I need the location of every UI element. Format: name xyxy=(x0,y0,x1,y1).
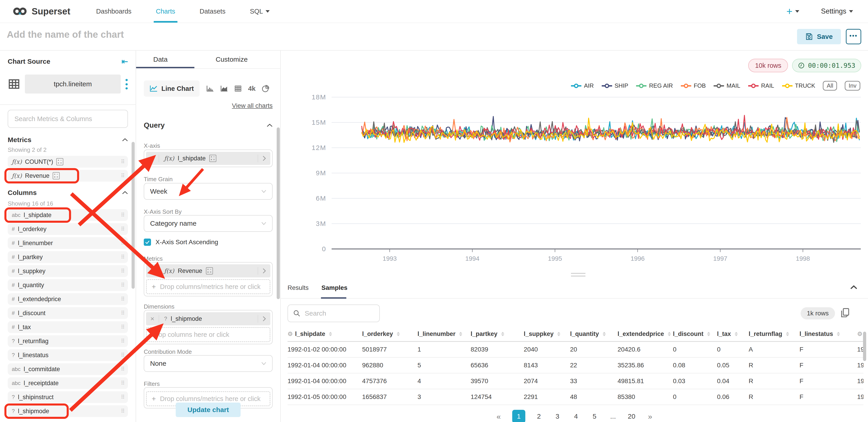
dataset-name[interactable]: tpch.lineitem xyxy=(25,74,121,94)
drag-handle-icon[interactable]: ⠿ xyxy=(121,324,124,330)
sort-icon[interactable] xyxy=(459,332,462,336)
update-chart-button[interactable]: Update chart xyxy=(176,402,241,417)
table-row[interactable]: 1992-01-04 00:00:00475737643957020743349… xyxy=(287,373,864,389)
column-item-l_returnflag[interactable]: ?l_returnflag⠿ xyxy=(8,335,128,347)
sort-icon[interactable] xyxy=(786,332,789,336)
column-item-l_linenumber[interactable]: #l_linenumber⠿ xyxy=(8,237,128,249)
gear-icon[interactable]: ⚙ xyxy=(857,330,862,337)
legend-item-mail[interactable]: MAIL xyxy=(713,82,740,89)
column-header-l_linenumber[interactable]: l_linenumber xyxy=(417,328,471,342)
column-header-l_extendedprice[interactable]: l_extendedprice xyxy=(618,328,673,342)
drag-handle-icon[interactable]: ⠿ xyxy=(121,408,124,414)
tab-customize[interactable]: Customize xyxy=(216,51,248,68)
expand-icon[interactable] xyxy=(258,315,270,323)
tab-results[interactable]: Results xyxy=(287,284,309,291)
expand-icon[interactable] xyxy=(258,155,270,162)
sort-icon[interactable] xyxy=(329,332,332,336)
sort-icon[interactable] xyxy=(397,332,400,336)
page-button-3[interactable]: 3 xyxy=(553,410,562,422)
column-item-l_linestatus[interactable]: ?l_linestatus⠿ xyxy=(8,349,128,361)
remove-icon[interactable]: × xyxy=(146,155,159,162)
metrics-drop-zone[interactable]: + Drop columns/metrics here or click xyxy=(146,279,270,294)
column-item-l_discount[interactable]: #l_discount⠿ xyxy=(8,307,128,319)
drag-handle-icon[interactable]: ⠿ xyxy=(121,366,124,372)
page-button-1[interactable]: 1 xyxy=(512,410,525,422)
drag-handle-icon[interactable]: ⠿ xyxy=(121,226,124,232)
panel-resize-handle[interactable] xyxy=(571,273,585,278)
drag-handle-icon[interactable]: ⠿ xyxy=(121,380,124,386)
results-search-input[interactable] xyxy=(287,304,380,322)
page-button-4[interactable]: 4 xyxy=(571,410,581,422)
expand-icon[interactable] xyxy=(258,267,270,275)
x-axis-sort-ascending-checkbox[interactable] xyxy=(144,238,151,246)
column-header-l_linestatus[interactable]: l_linestatus xyxy=(800,328,857,342)
column-header-l_orderkey[interactable]: l_orderkey xyxy=(362,328,417,342)
more-options-button[interactable]: ••• xyxy=(846,29,861,44)
legend-inv-button[interactable]: Inv xyxy=(845,81,860,91)
drag-handle-icon[interactable]: ⠿ xyxy=(121,254,124,260)
sort-icon[interactable] xyxy=(837,332,840,336)
settings-menu[interactable]: Settings xyxy=(821,7,853,15)
column-header-l_quantity[interactable]: l_quantity xyxy=(570,328,618,342)
drag-handle-icon[interactable]: ⠿ xyxy=(121,296,124,302)
tab-data[interactable]: Data xyxy=(153,51,167,68)
column-item-l_extendedprice[interactable]: #l_extendedprice⠿ xyxy=(8,293,128,305)
left-panel-scrollbar[interactable] xyxy=(131,142,135,289)
viz-type-table-button[interactable] xyxy=(234,85,242,92)
column-item-l_shipdate[interactable]: abcl_shipdate⠿ xyxy=(8,209,128,221)
collapse-columns-icon[interactable] xyxy=(122,191,128,195)
drag-handle-icon[interactable]: ⠿ xyxy=(121,159,124,165)
dataset-options-icon[interactable]: ••• xyxy=(125,78,128,90)
contribution-mode-select[interactable]: None xyxy=(144,355,273,372)
dimension-shipmode-pill[interactable]: × ? l_shipmode xyxy=(146,312,270,325)
metric-item-COUNT[interactable]: ƒ(x)COUNT(*)+ −× =⠿ xyxy=(8,156,128,168)
sort-icon[interactable] xyxy=(501,332,504,336)
x-axis-value-pill[interactable]: × ƒ(x) l_shipdate + −× = xyxy=(146,152,270,165)
nav-item-datasets[interactable]: Datasets xyxy=(187,0,238,23)
column-header-l_partkey[interactable]: l_partkey xyxy=(471,328,524,342)
superset-logo[interactable]: Superset xyxy=(12,6,70,17)
column-header-l_returnflag[interactable]: l_returnflag xyxy=(749,328,800,342)
page-button-20[interactable]: 20 xyxy=(627,410,637,422)
drag-handle-icon[interactable]: ⠿ xyxy=(121,352,124,358)
collapse-results-icon[interactable] xyxy=(850,285,858,290)
column-item-l_shipmode[interactable]: ?l_shipmode⠿ xyxy=(8,405,128,417)
time-grain-select[interactable]: Week xyxy=(144,183,273,200)
page-button-«[interactable]: « xyxy=(494,410,504,422)
drag-handle-icon[interactable]: ⠿ xyxy=(121,310,124,316)
legend-item-fob[interactable]: FOB xyxy=(681,82,706,89)
column-header-l_suppkey[interactable]: l_suppkey xyxy=(524,328,570,342)
viz-type-line-chart-button[interactable]: Line Chart xyxy=(144,80,199,97)
drag-handle-icon[interactable]: ⠿ xyxy=(121,240,124,246)
column-item-l_quantity[interactable]: #l_quantity⠿ xyxy=(8,279,128,291)
tab-samples[interactable]: Samples xyxy=(321,284,347,291)
vertical-scrollbar[interactable] xyxy=(863,332,866,406)
drag-handle-icon[interactable]: ⠿ xyxy=(121,268,124,274)
drag-handle-icon[interactable]: ⠿ xyxy=(121,172,124,179)
column-item-l_commitdate[interactable]: abcl_commitdate⠿ xyxy=(8,363,128,375)
sort-icon[interactable] xyxy=(557,332,560,336)
metrics-columns-search-input[interactable] xyxy=(8,110,128,128)
drag-handle-icon[interactable]: ⠿ xyxy=(121,212,124,218)
column-header-l_tax[interactable]: l_tax xyxy=(717,328,749,342)
column-header-l_discount[interactable]: l_discount xyxy=(673,328,717,342)
legend-item-air[interactable]: AIR xyxy=(571,82,594,89)
remove-icon[interactable]: × xyxy=(146,267,159,275)
column-item-l_orderkey[interactable]: #l_orderkey⠿ xyxy=(8,223,128,235)
viz-type-big-number-button[interactable]: 4k xyxy=(248,85,255,92)
page-button-2[interactable]: 2 xyxy=(534,410,544,422)
column-item-l_shipinstruct[interactable]: ?l_shipinstruct⠿ xyxy=(8,391,128,403)
remove-icon[interactable]: × xyxy=(146,315,159,323)
drag-handle-icon[interactable]: ⠿ xyxy=(121,394,124,400)
column-header-l_commit[interactable]: ⚙l_commit xyxy=(857,328,864,342)
x-axis-sort-by-select[interactable]: Category name xyxy=(144,215,273,232)
collapse-panel-icon[interactable]: ⇤ xyxy=(122,57,128,66)
table-row[interactable]: 1992-01-04 00:00:00962880565636814322352… xyxy=(287,357,864,373)
metric-item-Revenue[interactable]: ƒ(x)Revenue+ −× =⠿ xyxy=(8,170,128,182)
legend-item-ship[interactable]: SHIP xyxy=(601,82,628,89)
viz-type-pie-chart-button[interactable] xyxy=(262,85,270,92)
legend-item-reg-air[interactable]: REG AIR xyxy=(636,82,673,89)
column-item-l_partkey[interactable]: #l_partkey⠿ xyxy=(8,251,128,263)
page-button-...[interactable]: ... xyxy=(608,410,618,422)
legend-item-rail[interactable]: RAIL xyxy=(748,82,774,89)
